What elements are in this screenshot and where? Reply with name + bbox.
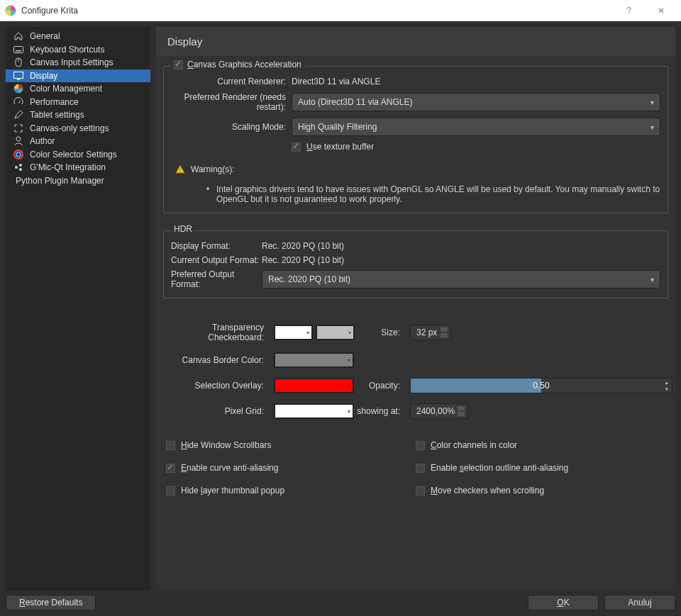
- user-icon: [13, 135, 24, 147]
- scaling-mode-combo[interactable]: High Quality Filtering: [292, 118, 660, 136]
- svg-rect-6: [17, 79, 20, 80]
- hide-scrollbars-checkbox[interactable]: [166, 441, 175, 450]
- sidebar-item-gmic[interactable]: G'Mic-Qt Integration: [6, 161, 150, 174]
- display-icon: [13, 70, 24, 82]
- sidebar-item-label: Author: [30, 136, 55, 146]
- svg-rect-15: [179, 167, 180, 170]
- curve-aa-label: Enable curve anti-aliasing: [181, 463, 278, 473]
- transparency-color1-button[interactable]: ▾: [274, 325, 313, 340]
- sidebar-item-label: Keyboard Shortcuts: [30, 45, 104, 55]
- sidebar-item-color-mgmt[interactable]: Color Management: [6, 82, 150, 96]
- sidebar-item-label: Python Plugin Manager: [16, 176, 104, 186]
- svg-point-12: [15, 166, 18, 169]
- help-button[interactable]: ?: [613, 0, 645, 21]
- sidebar-item-author[interactable]: Author: [6, 135, 150, 148]
- restore-defaults-button[interactable]: Restore Defaults: [6, 595, 96, 610]
- fullscreen-icon: [13, 123, 24, 134]
- sidebar-item-label: Canvas Input Settings: [30, 57, 113, 67]
- current-renderer-value: Direct3D 11 via ANGLE: [292, 77, 660, 86]
- page-title: Display: [156, 27, 675, 56]
- sidebar-item-performance[interactable]: Performance: [6, 96, 150, 109]
- pref-renderer-label: Preferred Renderer (needs restart):: [171, 92, 292, 112]
- hdr-group-label: HDR: [174, 224, 192, 234]
- accel-enable-checkbox[interactable]: [174, 60, 183, 69]
- move-checkers-label: Move checkers when scrolling: [431, 486, 544, 495]
- window-controls: ? ✕: [613, 0, 677, 21]
- sidebar-item-label: Color Selector Settings: [30, 150, 117, 159]
- sidebar-item-label: General: [30, 31, 60, 41]
- speedometer-icon: [13, 96, 24, 108]
- pixel-grid-color-button[interactable]: ▾: [274, 403, 354, 419]
- pref-output-combo[interactable]: Rec. 2020 PQ (10 bit): [262, 270, 660, 289]
- pref-renderer-combo[interactable]: Auto (Direct3D 11 via ANGLE): [292, 93, 660, 111]
- dialog-footer: Restore Defaults OK Anuluj: [6, 590, 675, 610]
- home-icon: [13, 30, 24, 42]
- color-channels-label: Color channels in color: [431, 440, 517, 450]
- accel-groupbox: Canvas Graphics Acceleration Current Ren…: [163, 66, 668, 213]
- hide-thumb-checkbox[interactable]: [166, 486, 175, 495]
- sel-outline-aa-label: Enable selection outline anti-aliasing: [431, 463, 568, 473]
- curve-aa-checkbox[interactable]: [166, 464, 175, 473]
- canvas-border-color-button[interactable]: ▾: [274, 352, 354, 368]
- texture-buffer-checkbox[interactable]: [292, 142, 301, 152]
- canvas-border-label: Canvas Border Color:: [163, 355, 270, 365]
- color-channels-checkbox[interactable]: [416, 441, 425, 450]
- transparency-label: Transparency Checkerboard:: [163, 323, 270, 342]
- svg-rect-1: [14, 46, 23, 52]
- gmic-icon: [13, 162, 24, 173]
- svg-rect-2: [16, 50, 21, 52]
- transparency-color2-button[interactable]: ▾: [316, 325, 355, 340]
- window-title: Configure Krita: [21, 6, 613, 16]
- sidebar-item-label: G'Mic-Qt Integration: [30, 162, 106, 172]
- svg-point-9: [16, 137, 21, 141]
- hide-scrollbars-label: Hide Window Scrollbars: [181, 440, 271, 450]
- sidebar-item-general[interactable]: General: [6, 30, 150, 43]
- close-button[interactable]: ✕: [645, 0, 677, 21]
- sidebar-item-python[interactable]: Python Plugin Manager: [6, 174, 150, 188]
- accel-group-label: Canvas Graphics Acceleration: [187, 60, 301, 69]
- svg-line-8: [18, 101, 21, 103]
- mouse-icon: [13, 57, 24, 68]
- dialog-body: General Keyboard Shortcuts Canvas Input …: [0, 21, 681, 616]
- move-checkers-checkbox[interactable]: [416, 486, 425, 495]
- svg-point-11: [16, 152, 21, 157]
- svg-point-10: [14, 150, 23, 159]
- current-renderer-label: Current Renderer:: [171, 77, 292, 86]
- main-panel: Display Canvas Graphics Acceleration Cur…: [156, 27, 675, 590]
- hide-thumb-label: Hide layer thumbnail popup: [181, 486, 284, 495]
- sidebar-item-keyboard[interactable]: Keyboard Shortcuts: [6, 43, 150, 57]
- warning-bullet: Intel graphics drivers tend to have issu…: [199, 184, 660, 204]
- sidebar-item-label: Tablet settings: [30, 110, 84, 120]
- svg-point-13: [19, 164, 22, 167]
- size-spinbox[interactable]: 32 px ▴▾: [410, 325, 451, 340]
- current-output-label: Current Output Format:: [171, 255, 262, 265]
- start-showing-spinbox[interactable]: 2400,00% ▴▾: [410, 403, 468, 419]
- svg-rect-5: [14, 72, 23, 78]
- pen-icon: [13, 109, 24, 121]
- selection-overlay-label: Selection Overlay:: [163, 381, 270, 391]
- sidebar-item-tablet[interactable]: Tablet settings: [6, 108, 150, 122]
- sidebar-item-color-selector[interactable]: Color Selector Settings: [6, 148, 150, 162]
- ok-button[interactable]: OK: [528, 595, 599, 610]
- texture-buffer-label: Use texture buffer: [306, 142, 374, 152]
- sidebar-item-canvas-only[interactable]: Canvas-only settings: [6, 122, 150, 135]
- configure-krita-window: Configure Krita ? ✕ General Keyboard Sho…: [0, 0, 681, 616]
- sidebar-item-label: Color Management: [30, 84, 102, 94]
- cancel-button[interactable]: Anuluj: [604, 595, 675, 610]
- warnings-label: Warning(s):: [191, 164, 235, 174]
- opacity-slider[interactable]: 0,50 ▴▾: [410, 378, 672, 393]
- keyboard-icon: [13, 44, 24, 55]
- svg-point-14: [19, 168, 22, 171]
- current-output-value: Rec. 2020 PQ (10 bit): [262, 255, 660, 265]
- display-format-value: Rec. 2020 PQ (10 bit): [262, 241, 660, 251]
- color-wheel-icon: [13, 83, 24, 94]
- color-ring-icon: [13, 149, 24, 160]
- sidebar-item-display[interactable]: Display: [6, 69, 150, 83]
- opacity-label: Opacity:: [363, 381, 406, 391]
- sel-outline-aa-checkbox[interactable]: [416, 464, 425, 473]
- hdr-groupbox: HDR Display Format: Rec. 2020 PQ (10 bit…: [163, 230, 668, 298]
- display-format-label: Display Format:: [171, 241, 262, 251]
- scaling-mode-label: Scaling Mode:: [171, 122, 292, 132]
- sidebar-item-canvas-input[interactable]: Canvas Input Settings: [6, 56, 150, 69]
- selection-overlay-color-button[interactable]: ▾: [274, 378, 354, 393]
